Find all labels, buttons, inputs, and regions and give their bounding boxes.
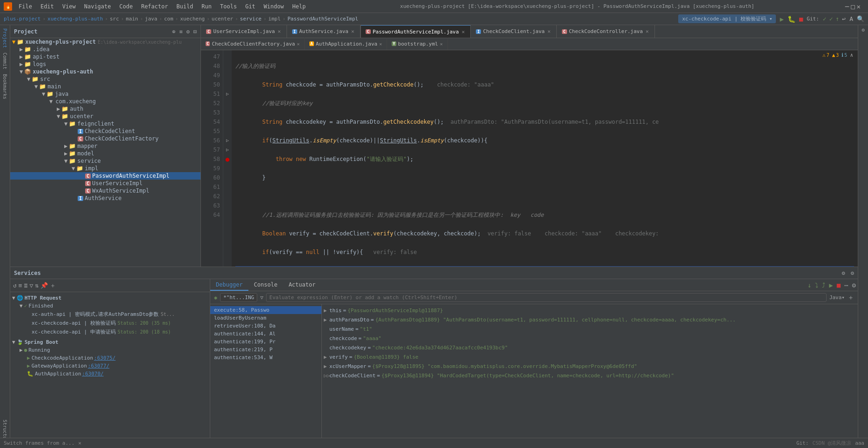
tree-item-model[interactable]: ▶ 📁 model	[10, 150, 200, 157]
git-arrow-icon[interactable]: ✓	[829, 15, 833, 22]
service-xc-checkcode-api2[interactable]: xc-checkcode-api | 申请验证码 Status: 200 (18…	[10, 328, 210, 336]
services-gear-icon[interactable]: ⚙	[851, 270, 854, 276]
menu-refactor[interactable]: Refactor	[137, 2, 172, 11]
breadcrumb-item[interactable]: xuecheng	[180, 16, 205, 22]
services-settings-icon[interactable]: ⚙	[842, 270, 845, 276]
step-over-icon[interactable]: ↓	[806, 281, 813, 290]
tree-item-impl[interactable]: ▼ 📁 impl	[10, 165, 200, 172]
var-xcUserMapper[interactable]: ▶ xcUserMapper = {$Proxy128@11895} "com.…	[322, 362, 858, 371]
tree-item-feignclient[interactable]: ▼ 📁 feignclient	[10, 120, 200, 127]
sidebar-layout-icon[interactable]: ⊟	[194, 28, 197, 35]
breadcrumb-item[interactable]: com	[164, 16, 174, 22]
run-config-dropdown[interactable]: xc-checkcode-api | 校验验证码 ▾	[678, 14, 776, 23]
add-service-icon[interactable]: ＋	[50, 281, 56, 290]
watch-expression-input[interactable]	[269, 294, 823, 301]
menu-window[interactable]: Window	[260, 2, 287, 11]
menu-build[interactable]: Build	[173, 2, 197, 11]
breadcrumb-item[interactable]: xuecheng-plus-auth	[47, 16, 103, 22]
menu-help[interactable]: Help	[288, 2, 309, 11]
tree-item-CheckCodeClient[interactable]: I CheckCodeClient	[10, 127, 200, 135]
service-xc-auth-api[interactable]: xc-auth-api | 密码模式,请求AuthParamsDto参数 St.…	[10, 310, 210, 319]
menu-code[interactable]: Code	[116, 2, 137, 11]
tab-close-CheckCodeClientFactory[interactable]: ✕	[297, 41, 300, 47]
breadcrumb-item[interactable]: java	[145, 16, 158, 22]
service-http-request[interactable]: ▼ 🌐 HTTP Request	[10, 294, 210, 302]
service-GatewayApplication[interactable]: ▶ GatewayApplication :63077/	[10, 362, 210, 370]
git-pull-icon[interactable]: ↩	[842, 15, 846, 22]
expand-icon[interactable]: ▶	[324, 307, 329, 314]
code-content[interactable]: //输入的验证码 String checkcode = authParamsDt…	[232, 50, 858, 267]
tab-PasswordAuthServiceImpl[interactable]: C PasswordAuthServiceImpl.java ✕	[361, 25, 471, 38]
tree-item-service[interactable]: ▼ 📁 service	[10, 157, 200, 165]
call-stack-item-2[interactable]: retrieveUser:108, Da	[210, 322, 321, 330]
close-button[interactable]: ✕	[857, 3, 861, 10]
tab-CheckCodeClient[interactable]: I CheckCodeClient.java ✕	[471, 25, 557, 38]
tab-AuthApplication[interactable]: A AuthApplication.java ✕	[305, 38, 387, 50]
collapse-all-icon[interactable]: ≡	[19, 282, 22, 289]
tab-AuthService[interactable]: I AuthService.java ✕	[287, 25, 361, 38]
menu-run[interactable]: Run	[198, 2, 215, 11]
step-into-icon[interactable]: ⤵	[813, 281, 820, 290]
tree-item-PasswordAuthServiceImpl[interactable]: C PasswordAuthServiceImpl	[10, 172, 200, 180]
call-stack-item-0[interactable]: execute:58, Passwo	[210, 306, 321, 314]
call-stack-item-5[interactable]: authenticate:219, P	[210, 346, 321, 354]
menu-navigate[interactable]: Navigate	[80, 2, 115, 11]
debug-more-icon[interactable]: ⋯	[842, 281, 850, 290]
tree-item-auth[interactable]: ▶ 📁 auth	[10, 105, 200, 113]
service-AuthApplication[interactable]: 🐛 AuthApplication :63070/	[10, 370, 210, 378]
tree-item-java[interactable]: ▼ 📁 java	[10, 90, 200, 98]
menu-git[interactable]: Git	[241, 2, 259, 11]
tree-item-mapper[interactable]: ▶ 📁 mapper	[10, 142, 200, 150]
sidebar-settings-icon[interactable]: ⚙	[187, 28, 190, 35]
service-finished[interactable]: ▼ ✓ Finished	[10, 302, 210, 310]
tab-bootstrap[interactable]: Y bootstrap.yml ✕	[387, 38, 448, 50]
tab-debugger[interactable]: Debugger	[210, 280, 248, 291]
tree-item-ucenter[interactable]: ▼ 📁 ucenter	[10, 113, 200, 120]
tree-item-idea[interactable]: ▶ 📁 .idea	[10, 46, 200, 53]
tab-close-UserServiceImpl[interactable]: ✕	[277, 28, 282, 34]
pin-icon[interactable]: 📌	[40, 282, 48, 289]
var-checkcode[interactable]: checkcode = "aaaa"	[322, 334, 858, 343]
commit-tool-btn[interactable]: Commit	[1, 51, 9, 71]
maximize-button[interactable]: □	[851, 3, 855, 10]
service-xc-checkcode-api1[interactable]: xc-checkcode-api | 校验验证码 Status: 200 (35…	[10, 319, 210, 328]
sort-icon[interactable]: ⇅	[35, 282, 39, 289]
run-button[interactable]: ▶	[780, 15, 783, 23]
breadcrumb-item[interactable]: PasswordAuthServiceImpl	[287, 16, 358, 22]
breadcrumb-item[interactable]: service	[240, 16, 261, 22]
breadcrumb-item[interactable]: ucenter	[212, 16, 233, 22]
step-out-icon[interactable]: ⤴	[820, 281, 827, 290]
git-check-icon[interactable]: ✓	[823, 15, 827, 22]
expand-all-icon[interactable]: ≣	[24, 282, 28, 289]
tree-item-com[interactable]: ▼ com.xuecheng	[10, 98, 200, 105]
stop-button[interactable]: ■	[799, 15, 803, 23]
call-stack-item-1[interactable]: loadUserByUsernam	[210, 314, 321, 322]
expand-icon[interactable]: ▶	[324, 363, 329, 370]
tab-CheckCodeClientFactory[interactable]: C CheckCodeClientFactory.java ✕	[201, 38, 305, 50]
sidebar-add-icon[interactable]: ⊕	[172, 28, 175, 35]
reload-icon[interactable]: ↺	[13, 282, 17, 289]
var-this[interactable]: ▶ this = {PasswordAuthServiceImpl@11887}	[322, 306, 858, 315]
call-stack-item-3[interactable]: authenticate:144, Al	[210, 330, 321, 338]
search-icon[interactable]: 🔍	[857, 15, 864, 22]
tab-close-CheckCodeClient[interactable]: ✕	[547, 28, 552, 34]
call-stack-item-4[interactable]: authenticate:199, Pr	[210, 338, 321, 346]
tab-CheckCodeController[interactable]: C CheckCodeController.java ✕	[557, 25, 655, 38]
tab-close-bootstrap[interactable]: ✕	[440, 41, 443, 47]
translate-icon[interactable]: A	[849, 15, 853, 22]
tree-item-AuthService[interactable]: I AuthService	[10, 194, 200, 202]
tree-item-WxAuthServiceImpl[interactable]: C WxAuthServiceImpl	[10, 187, 200, 194]
tab-console[interactable]: Console	[248, 280, 283, 291]
frame-selector[interactable]: *"ht...ING	[220, 293, 257, 302]
minimize-button[interactable]: ─	[845, 3, 849, 10]
breadcrumb-item[interactable]: impl	[268, 16, 281, 22]
call-stack-item-6[interactable]: authenticate:534, W	[210, 354, 321, 361]
filter-icon[interactable]: ▽	[29, 282, 33, 289]
menu-file[interactable]: File	[15, 2, 36, 11]
expand-icon[interactable]: ▷▷	[324, 372, 329, 380]
tab-UserServiceImpl[interactable]: C UserServiceImpl.java ✕	[201, 25, 287, 38]
tree-item-api-test[interactable]: ▶ 📁 api-test	[10, 53, 200, 60]
resume-icon[interactable]: ▶	[827, 281, 835, 290]
stop-debug-icon[interactable]: ■	[835, 281, 842, 290]
bookmarks-tool-btn[interactable]: Bookmarks	[1, 73, 9, 100]
